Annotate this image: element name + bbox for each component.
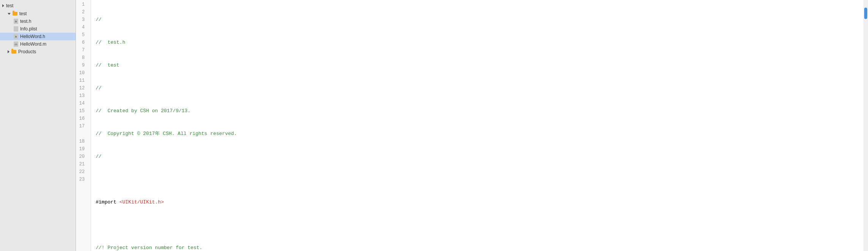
sidebar-item-info-plist[interactable]: Info.plist	[0, 25, 76, 33]
h-file-icon	[14, 19, 18, 24]
line-num-10: 10	[76, 69, 88, 77]
line-num-9: 9	[76, 62, 88, 69]
line-num-23: 23	[76, 176, 88, 183]
folder-icon	[13, 12, 17, 16]
line-num-13: 13	[76, 92, 88, 100]
sidebar-item-products[interactable]: Products	[0, 48, 76, 56]
line-num-22: 22	[76, 168, 88, 176]
line-num-1: 1	[76, 1, 88, 8]
line-num-12: 12	[76, 84, 88, 92]
line-num-21: 21	[76, 160, 88, 168]
sidebar-item-test-h[interactable]: test.h	[0, 17, 76, 25]
code-line-5: // Created by CSH on 2017/9/13.	[96, 107, 868, 115]
scroll-thumb[interactable]	[864, 8, 867, 19]
h-file-icon	[14, 34, 18, 39]
triangle-right-icon	[2, 4, 4, 7]
editor-area: 1 2 3 4 5 6 7 8 9 10 11 12 13 14 15 16 1…	[76, 0, 868, 251]
line-num-16: 16	[76, 115, 88, 122]
line-num-5: 5	[76, 31, 88, 39]
line-num-20: 20	[76, 153, 88, 160]
m-file-icon	[14, 41, 18, 47]
line-num-15: 15	[76, 107, 88, 115]
sidebar-item-label: Info.plist	[20, 26, 37, 32]
line-num-3: 3	[76, 16, 88, 24]
line-num-19: 19	[76, 145, 88, 153]
code-line-9: #import <UIKit/UIKit.h>	[96, 199, 868, 206]
code-line-10	[96, 221, 868, 229]
code-line-4: //	[96, 84, 868, 92]
code-editor[interactable]: 1 2 3 4 5 6 7 8 9 10 11 12 13 14 15 16 1…	[76, 0, 868, 251]
code-content[interactable]: // // test.h // test // // Created by CS…	[91, 0, 868, 251]
root-label: test	[6, 3, 13, 8]
line-num-17-cont	[76, 130, 88, 138]
sidebar-item-label: test	[19, 11, 27, 16]
sidebar-item-label: test.h	[20, 19, 31, 24]
sidebar-item-label: HelloWord.h	[20, 34, 45, 39]
plist-file-icon	[14, 26, 18, 32]
line-num-7: 7	[76, 46, 88, 54]
sidebar: test test test.h Info.plist HelloWord.h …	[0, 0, 76, 251]
sidebar-item-helloword-h[interactable]: HelloWord.h	[0, 33, 76, 40]
sidebar-item-test-folder[interactable]: test	[0, 10, 76, 17]
code-line-8	[96, 176, 868, 183]
line-num-18: 18	[76, 138, 88, 145]
line-num-17: 17	[76, 122, 88, 130]
line-num-6: 6	[76, 39, 88, 46]
folder-icon	[11, 50, 16, 54]
triangle-right-icon	[8, 50, 9, 53]
scrollbar[interactable]	[863, 0, 868, 251]
line-numbers: 1 2 3 4 5 6 7 8 9 10 11 12 13 14 15 16 1…	[76, 0, 91, 251]
code-line-6: // Copyright © 2017年 CSH. All rights res…	[96, 130, 868, 138]
code-line-11: //! Project version number for test.	[96, 244, 868, 251]
line-num-8: 8	[76, 54, 88, 62]
code-line-7: //	[96, 153, 868, 160]
code-line-2: // test.h	[96, 39, 868, 46]
code-line-1: //	[96, 16, 868, 24]
line-num-11: 11	[76, 77, 88, 84]
triangle-down-icon	[8, 13, 11, 15]
sidebar-item-label: HelloWord.m	[20, 41, 46, 47]
line-num-4: 4	[76, 24, 88, 31]
line-num-14: 14	[76, 100, 88, 107]
sidebar-root-title[interactable]: test	[0, 2, 76, 10]
sidebar-item-helloword-m[interactable]: HelloWord.m	[0, 40, 76, 48]
line-num-2: 2	[76, 8, 88, 16]
code-line-3: // test	[96, 62, 868, 69]
sidebar-item-label: Products	[18, 49, 36, 54]
